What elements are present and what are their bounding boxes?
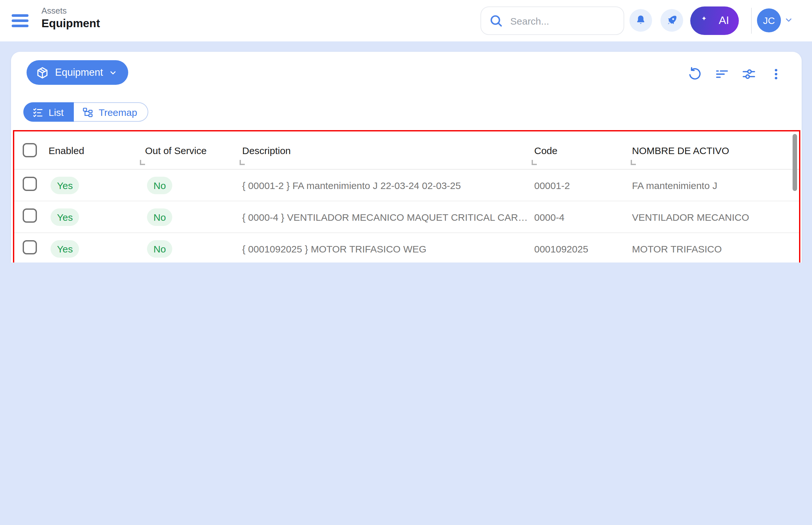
refresh-button[interactable] [686, 66, 702, 81]
checklist-icon [32, 106, 43, 118]
table-body: YesNo{ 00001-2 } FA mantenimiento J 22-0… [14, 170, 799, 262]
column-header-description[interactable]: Description [242, 145, 534, 156]
column-header-nombre-de-activo[interactable]: NOMBRE DE ACTIVO [632, 145, 799, 156]
description-cell: { 0001092025 } MOTOR TRIFASICO WEG [242, 243, 534, 254]
assistant-button[interactable] [661, 9, 683, 32]
enabled-badge: Yes [50, 176, 79, 194]
tab-list[interactable]: List [23, 102, 74, 122]
header-divider [751, 8, 752, 34]
column-resize-handle[interactable] [631, 160, 636, 165]
tab-treemap-label: Treemap [99, 106, 137, 118]
asset-name-cell: MOTOR TRIFASICO [632, 243, 799, 254]
code-cell: 00001-2 [534, 180, 632, 191]
description-cell: { 0000-4 } VENTILADOR MECANICO MAQUET CR… [242, 211, 534, 222]
app-root: Assets Equipment ✦ AI [0, 0, 812, 262]
more-options-button[interactable] [768, 66, 783, 81]
main-area: Equipment [0, 42, 812, 262]
breadcrumb-parent: Assets [42, 6, 100, 16]
settings-sliders-icon [741, 66, 756, 81]
ai-button[interactable]: ✦ AI [690, 6, 739, 35]
entity-selector-button[interactable]: Equipment [27, 60, 128, 85]
column-header-enabled[interactable]: Enabled [48, 145, 145, 156]
description-cell: { 00001-2 } FA mantenimiento J 22-03-24 … [242, 180, 534, 191]
row-checkbox[interactable] [23, 240, 37, 254]
sparkle-icon: ✦ [701, 15, 707, 22]
column-header-out-of-service[interactable]: Out of Service [145, 145, 242, 156]
ai-button-label: AI [719, 14, 729, 27]
tab-treemap[interactable]: Treemap [74, 102, 148, 122]
entity-selector-label: Equipment [55, 67, 103, 78]
search-input[interactable] [509, 15, 609, 27]
asset-name-cell: VENTILADOR MECANICO [632, 211, 799, 222]
enabled-badge: Yes [50, 208, 79, 226]
main-card: Equipment [11, 52, 802, 262]
refresh-icon [687, 66, 702, 81]
vertical-scrollbar[interactable] [793, 134, 797, 191]
avatar[interactable]: JC [757, 9, 781, 32]
entity-chevron-down-icon [109, 68, 117, 77]
table-toolbar [686, 66, 783, 81]
package-box-icon [35, 66, 49, 79]
equipment-table-highlighted: Enabled Out of Service Description Code … [13, 130, 800, 262]
app-header: Assets Equipment ✦ AI [0, 0, 812, 42]
row-checkbox[interactable] [23, 177, 37, 191]
filter-icon [714, 66, 729, 81]
select-all-checkbox[interactable] [23, 143, 37, 157]
out-of-service-badge: No [147, 176, 172, 194]
hamburger-menu-icon[interactable] [12, 14, 29, 27]
asset-name-cell: FA mantenimiento J [632, 180, 799, 191]
column-resize-handle[interactable] [240, 160, 245, 165]
column-settings-button[interactable] [741, 66, 756, 81]
rocket-icon [666, 14, 678, 27]
table-row[interactable]: YesNo{ 0001092025 } MOTOR TRIFASICO WEG0… [14, 233, 799, 262]
search-bar[interactable] [481, 6, 624, 35]
enabled-badge: Yes [50, 240, 79, 257]
table-row[interactable]: YesNo{ 00001-2 } FA mantenimiento J 22-0… [14, 170, 799, 201]
view-tabs: List Treemap [23, 102, 148, 122]
tab-list-label: List [48, 106, 64, 118]
treemap-icon [83, 106, 93, 118]
avatar-initials: JC [763, 15, 775, 26]
search-icon [489, 14, 503, 28]
kebab-menu-icon [769, 67, 783, 80]
bell-icon [635, 14, 647, 27]
page-title: Equipment [42, 16, 100, 31]
table-row[interactable]: YesNo{ 0000-4 } VENTILADOR MECANICO MAQU… [14, 201, 799, 233]
column-resize-handle[interactable] [532, 160, 537, 165]
code-cell: 0001092025 [534, 243, 632, 254]
out-of-service-badge: No [147, 240, 172, 257]
filter-button[interactable] [713, 66, 729, 81]
column-resize-handle[interactable] [140, 160, 145, 165]
notifications-button[interactable] [630, 9, 652, 32]
breadcrumb: Assets Equipment [42, 6, 100, 31]
row-checkbox[interactable] [23, 208, 37, 223]
column-header-code[interactable]: Code [534, 145, 632, 156]
table-header-row: Enabled Out of Service Description Code … [14, 131, 799, 170]
out-of-service-badge: No [147, 208, 172, 226]
user-menu-chevron-down-icon[interactable] [784, 16, 793, 25]
code-cell: 0000-4 [534, 211, 632, 222]
